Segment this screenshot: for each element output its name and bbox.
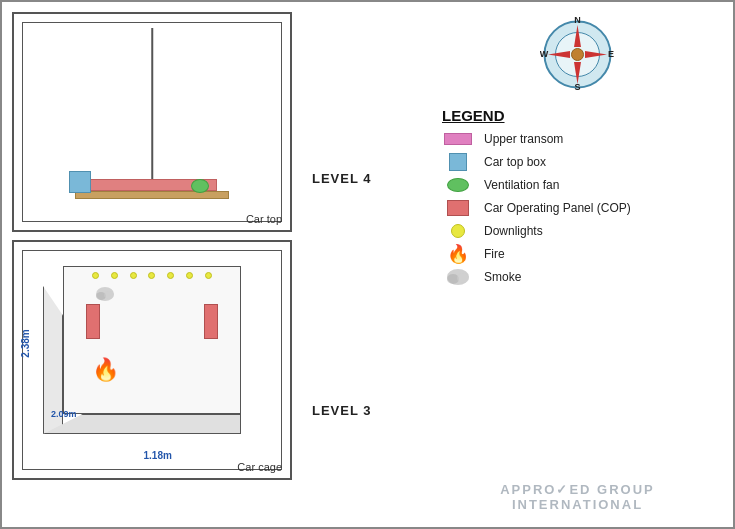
agi-line2: INTERNATIONAL [442, 497, 713, 512]
svg-point-2 [104, 291, 114, 299]
car-top-inner [22, 22, 282, 222]
vertical-line [151, 28, 153, 181]
downlight-dot [130, 272, 137, 279]
svg-text:N: N [574, 17, 581, 25]
compass-container: N S E W [442, 17, 713, 92]
svg-text:W: W [540, 49, 549, 59]
legend-item-cop: Car Operating Panel (COP) [442, 199, 713, 217]
main-container: Car top [2, 2, 733, 527]
ventilation-fan-icon [191, 179, 209, 193]
fire-emoji: 🔥 [447, 243, 469, 265]
dim-depth-label: 1.18m [143, 450, 171, 461]
middle-panel: LEVEL 4 LEVEL 3 [302, 2, 422, 527]
right-panel: N S E W LEGEND Upper transom Car top box [422, 2, 733, 527]
legend-icon-downlights [442, 222, 474, 240]
legend-item-downlights: Downlights [442, 222, 713, 240]
level4-label: LEVEL 4 [312, 171, 372, 186]
cop-swatch [447, 200, 469, 216]
legend-item-fan: Ventilation fan [442, 176, 713, 194]
downlight-dot [186, 272, 193, 279]
car-top-box-icon [69, 171, 91, 193]
downlight-dot [92, 272, 99, 279]
legend: LEGEND Upper transom Car top box Ventila… [442, 107, 713, 291]
level3-diagram: 🔥 2.38m 2.09m 1.18m Car cage [12, 240, 292, 480]
legend-icon-box [442, 153, 474, 171]
ceiling-dots [86, 269, 218, 281]
legend-text-box: Car top box [484, 155, 546, 169]
legend-item-smoke: Smoke [442, 268, 713, 286]
smoke-legend-svg [445, 267, 471, 287]
dim-height-label: 2.38m [20, 330, 31, 358]
smoke-icon [94, 285, 116, 303]
legend-title: LEGEND [442, 107, 713, 124]
box-swatch [449, 153, 467, 171]
downlight-dot [205, 272, 212, 279]
car-top-label: Car top [246, 213, 282, 225]
svg-text:S: S [574, 82, 580, 92]
fire-icon: 🔥 [92, 357, 119, 383]
legend-item-box: Car top box [442, 153, 713, 171]
legend-text-fan: Ventilation fan [484, 178, 559, 192]
legend-text-fire: Fire [484, 247, 505, 261]
platform-base [75, 191, 230, 199]
legend-icon-fire: 🔥 [442, 245, 474, 263]
legend-icon-transom [442, 130, 474, 148]
car-cage-label: Car cage [237, 461, 282, 473]
legend-text-smoke: Smoke [484, 270, 521, 284]
svg-text:E: E [608, 49, 614, 59]
cage-back-wall: 🔥 [63, 266, 241, 414]
agi-line1: APPRO✓ED GROUP [442, 482, 713, 497]
legend-icon-smoke [442, 268, 474, 286]
legend-item-transom: Upper transom [442, 130, 713, 148]
dim-width-label: 2.09m [51, 409, 77, 419]
level4-diagram: Car top [12, 12, 292, 232]
legend-item-fire: 🔥 Fire [442, 245, 713, 263]
transom-swatch [444, 133, 472, 145]
agi-logo: APPRO✓ED GROUP INTERNATIONAL [442, 482, 713, 512]
cop-panel-right [204, 304, 218, 339]
downlight-dot [148, 272, 155, 279]
left-panel: Car top [2, 2, 302, 527]
compass-svg: N S E W [540, 17, 615, 92]
legend-text-cop: Car Operating Panel (COP) [484, 201, 631, 215]
legend-text-downlights: Downlights [484, 224, 543, 238]
downlight-dot [111, 272, 118, 279]
legend-text-transom: Upper transom [484, 132, 563, 146]
legend-icon-cop [442, 199, 474, 217]
svg-point-16 [457, 273, 469, 283]
car-cage-inner: 🔥 2.38m 2.09m 1.18m [22, 250, 282, 470]
cop-panel-left [86, 304, 100, 339]
downlight-dot [167, 272, 174, 279]
svg-point-5 [572, 49, 584, 61]
legend-icon-fan [442, 176, 474, 194]
level3-label: LEVEL 3 [312, 403, 372, 418]
downlight-swatch [451, 224, 465, 238]
fan-swatch [447, 178, 469, 192]
